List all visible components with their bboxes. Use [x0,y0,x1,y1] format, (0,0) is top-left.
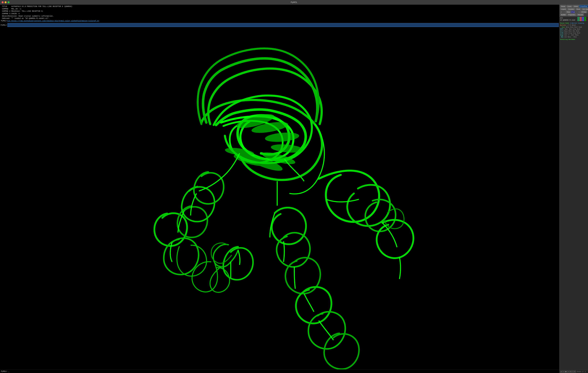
mouse-info: Mouse Mode 3-Button Viewing Buttons L M … [559,22,588,370]
toolbar: Reset Zoom Orient Draw/Ray Unpick Desele… [559,5,588,17]
state-bar: |< < ▶ > S / F State 1/ 1 [559,370,588,373]
obj-all-btn-h[interactable]: H [582,17,584,19]
close-button[interactable] [2,1,4,3]
state-info: State 1/ 1 [577,371,586,373]
minimize-button[interactable] [5,1,7,3]
title-bar: PyMOL [0,0,588,5]
right-panel: Reset Zoom Orient Draw/Ray Unpick Desele… [559,5,588,373]
mouse-dbl: Dbl [560,36,563,38]
mouse-key-4: CtSh Sele Orig Clip MovZ [560,32,587,34]
state-play[interactable]: ▶ [565,371,567,373]
left-area: TITLE ALPHAFOLD V2.0 PREDICTION FOR TOLL… [0,5,559,373]
mouse-key-1: Keys Rota Move MovZ Slab [560,26,587,28]
obj-af-btn-h[interactable]: H [582,19,584,21]
object-row-afq9nr96: AF-Q9NR96-F1-mod A S H L [560,19,587,21]
log-area: TITLE ALPHAFOLD V2.0 PREDICTION FOR TOLL… [0,5,559,23]
mouse-key-6: Dbl Clk Menu - PkAt [560,36,587,38]
cmd-prompt: PyMOL> [1,24,7,26]
mouse-sngl: Sngl [560,34,563,36]
log-line-6: CmdLoad: "" loaded as "AF-Q9NR96-F1-mode… [1,17,558,20]
object-row-all: all A S H L [560,17,587,19]
log-line-2: COMPND MOL_ID: 1; [1,8,558,10]
prev-btn[interactable]: < [563,11,566,13]
window-controls [2,1,10,3]
mouse-selecting: Selecting Residues [560,39,587,41]
bottom-bar: PyMOL> _ [0,369,559,373]
mouse-key-2: Shft +Box -Box Clip MovS [560,28,587,30]
obj-all-btn-color[interactable] [586,18,587,18]
command-area: PyMOL> [0,23,559,27]
mouse-ctrl: Ctrl [560,30,563,32]
state-rewind[interactable]: |< [560,371,563,373]
mouse-key-3: Ctrl Move PkAt Pk1 MvSZ [560,30,587,32]
mouse-key-5: Sngl Clk +/- Cent Menu [560,34,587,36]
mouse-buttons-label: Buttons L M R Wheel [560,24,587,26]
mouse-lr: L M R Wheel [566,24,576,26]
obj-all-btn-l[interactable]: L [584,17,586,19]
rebuild-btn[interactable]: Rebuild [577,13,584,16]
reset-btn[interactable]: Reset [560,5,566,8]
main-container: TITLE ALPHAFOLD V2.0 PREDICTION FOR TOLL… [0,5,588,373]
toolbar-row-playback: |< < Stop Play > >| MClear [560,11,587,13]
toolbar-row-1: Reset Zoom Orient Draw/Ray [560,5,587,8]
object-list: all A S H L AF-Q9NR96-F1-mod A S H L [559,17,588,22]
maximize-button[interactable] [8,1,10,3]
rewind-btn[interactable]: |< [560,11,563,13]
object-name-all: all [560,17,577,19]
mouse-mode-text: Mouse Mode [560,22,570,24]
mouse-key-label: Keys [560,26,565,28]
drawray-btn[interactable]: Draw/Ray [579,5,588,8]
state-controls: |< < ▶ > S / F State 1/ 1 [560,371,587,373]
mclear-btn[interactable]: MClear [580,11,587,13]
deselect-btn[interactable]: Deselect [567,8,575,10]
toolbar-row-4: Builder Properties Rebuild [560,13,587,16]
obj-all-btn-a[interactable]: A [578,17,579,19]
log-line-5: ObjectMolecule: Read crystal symmetry in… [1,15,558,17]
command-input[interactable] [8,23,559,27]
play-btn[interactable]: Play [571,11,575,13]
mouse-mode-title: Mouse Mode 3-Button Viewing [560,22,587,24]
obj-af-btn-a[interactable]: A [578,19,579,21]
log-line-3: COMPND 2 MOLECULE: TOLL-LIKE RECEPTOR 9; [1,10,558,12]
mouse-selecting-text: Selecting Residues [560,39,575,40]
rock-btn[interactable]: Rock [576,8,581,10]
mouse-buttons-text: Buttons [560,24,566,26]
state-s[interactable]: S [570,371,572,373]
toolbar-row-2: Unpick Deselect Rock Get View [560,8,587,10]
molecular-viewer[interactable] [0,27,559,369]
builder-btn[interactable]: Builder [560,13,567,16]
command-url[interactable]: run https://raw.githubusercontent.com/cb… [7,20,99,22]
window-title: PyMOL [291,1,297,3]
mouse-shft: Shft [560,28,563,30]
orient-btn[interactable]: Orient [573,5,579,8]
log-line-1: TITLE ALPHAFOLD V2.0 PREDICTION FOR TOLL… [1,5,558,8]
unpick-btn[interactable]: Unpick [560,8,567,10]
object-name-afq9nr96: AF-Q9NR96-F1-mod [560,19,577,21]
mouse-ctsh: CtSh [560,32,563,34]
molecular-structure-svg [0,27,559,369]
state-next[interactable]: > [567,371,569,373]
state-f[interactable]: F [574,371,576,373]
zoom-btn[interactable]: Zoom [567,5,572,8]
obj-af-btn-l[interactable]: L [584,19,586,21]
mouse-mode-value: 3-Button Viewing [570,22,584,24]
fwd-btn[interactable]: >| [578,11,580,13]
log-line-4: COMPND 3 CHAIN: A [1,12,558,15]
bottom-prompt: PyMOL> _ [1,370,9,372]
state-slash[interactable]: / [572,371,574,373]
obj-af-btn-s[interactable]: S [580,19,582,21]
obj-af-btn-color[interactable] [586,20,587,20]
next-btn[interactable]: > [575,11,577,13]
obj-all-btn-s[interactable]: S [580,17,582,19]
properties-btn[interactable]: Properties [567,13,576,16]
getview-btn[interactable]: Get View [581,8,588,10]
state-prev[interactable]: < [563,371,565,373]
svg-rect-0 [11,27,548,369]
log-line-7: PyMOL>run https://raw.githubusercontent.… [1,20,558,22]
stop-btn[interactable]: Stop [566,11,571,13]
